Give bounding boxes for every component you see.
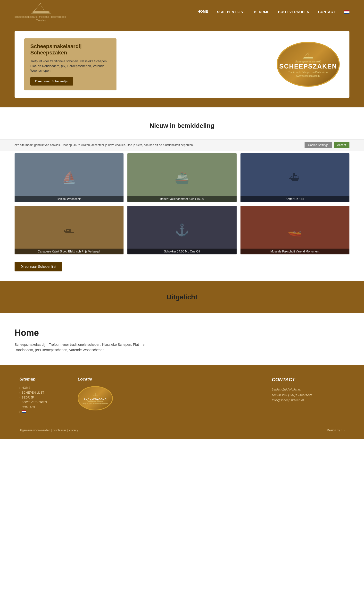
contact-email: Info@scheepszaken.nl <box>272 398 345 403</box>
nav-contact[interactable]: CONTACT <box>318 10 335 14</box>
footer-flag-icon <box>22 410 26 413</box>
footer-spacer <box>148 377 262 415</box>
footer-nav-home[interactable]: › HOME <box>19 386 68 390</box>
flag-netherlands-icon[interactable] <box>344 10 350 14</box>
ships-cta-button[interactable]: Direct naar Schepenlijst <box>14 262 62 271</box>
footer-nav-flag[interactable]: › <box>19 410 68 413</box>
sitemap-title: Sitemap <box>19 377 68 382</box>
footer-contact-col: CONTACT Leiden-Zuid Holland, Sanne Vos-(… <box>272 377 345 415</box>
footer-nav-schepen[interactable]: › SCHEPEN LIJST <box>19 391 68 394</box>
footer-sitemap-col: Sitemap › HOME › SCHEPEN LIJST › BEDRIJF… <box>19 377 68 415</box>
header: schaepsmakelaars | friesland | bootverko… <box>0 0 364 24</box>
ship-label-6: Museale Pakschuit Varend Monument <box>240 249 350 254</box>
footer-divider <box>19 422 345 422</box>
ship-image-5: ⚓ <box>127 206 236 254</box>
locatie-logo-text: SCHEEPSZAKEN <box>84 398 106 400</box>
arrow-icon: › <box>19 387 20 389</box>
ship-image-2: 🚢 <box>127 153 236 202</box>
arrow-icon: › <box>19 411 20 413</box>
footer-nav-contact-label: CONTACT <box>22 405 35 409</box>
ship-card[interactable]: ⛴ Kotter UK 115 <box>240 153 350 202</box>
logo: schaepsmakelaars | friesland | bootverko… <box>14 2 67 22</box>
footer-columns: Sitemap › HOME › SCHEPEN LIJST › BEDRIJF… <box>19 377 345 415</box>
ship-image-6: 🚤 <box>240 206 350 254</box>
footer-nav-boot[interactable]: › BOOT VERKOPEN <box>19 401 68 404</box>
main-nav: HOME SCHEPEN LIJST BEDRIJF BOOT VERKOPEN… <box>197 10 350 14</box>
arrow-icon: › <box>19 391 20 394</box>
ships-button-row: Direct naar Schepenlijst <box>0 262 364 281</box>
contact-info: Leiden-Zuid Holland, Sanne Vos-(+31)6-29… <box>272 387 345 403</box>
nav-schepen-lijst[interactable]: SCHEPEN LIJST <box>217 10 245 14</box>
uitgelicht-title: Uitgelicht <box>14 293 350 301</box>
footer-nav-schepen-label: SCHEPEN LIJST <box>22 391 44 394</box>
svg-rect-4 <box>304 57 313 58</box>
ship-label-3: Kotter UK 115 <box>240 196 350 202</box>
nav-bedrijf[interactable]: BEDRIJF <box>254 10 269 14</box>
svg-rect-5 <box>303 58 313 59</box>
cookie-bar: eze site maakt gebruik van cookies. Door… <box>0 139 364 151</box>
cookie-accept-button[interactable]: Accept <box>334 142 350 148</box>
svg-rect-1 <box>33 11 50 13</box>
locatie-title: Locatie <box>78 377 138 382</box>
hero-cta-button[interactable]: Direct naar Schepenlijst <box>30 77 73 85</box>
cookie-settings-button[interactable]: Cookie Settings <box>305 142 332 148</box>
nav-boot-verkopen[interactable]: BOOT VERKOPEN <box>278 10 309 14</box>
footer-nav-bedrijf[interactable]: › BEDRIJF <box>19 396 68 399</box>
home-section: Home Scheepsmakelaardij – Trefpunt voor … <box>0 313 364 365</box>
logo-text: schaepsmakelaars | friesland | bootverko… <box>14 15 67 18</box>
nieuw-section: Nieuw in bemiddeling <box>0 107 364 139</box>
oval-url: www.scheepszaken.nl <box>296 75 320 77</box>
svg-rect-7 <box>92 396 98 396</box>
locatie-logo-sub: Traditionele Schepen <box>87 400 103 402</box>
ship-label-2: Botter/ Vollendammer Kwak 16.00 <box>127 196 236 202</box>
oval-tagline: Traditionele Schepen en Platbodems <box>288 71 328 74</box>
hero-inner: Scheepsmakelaardij Scheepszaken Trefpunt… <box>14 31 350 98</box>
cookie-buttons: Cookie Settings Accept <box>305 142 350 148</box>
home-description: Scheepsmakelaardij – Trefpunt voor tradi… <box>14 342 160 353</box>
footer-nav-contact[interactable]: › CONTACT <box>19 405 68 409</box>
ship-card[interactable]: ⚓ Schokker 14.00 M., One Off <box>127 206 236 254</box>
locatie-logo: SCHEEPSZAKEN Traditionele Schepen trefpu… <box>78 386 113 410</box>
hero-description: Trefpunt voor traditionele schepen. Klas… <box>30 59 110 73</box>
ship-card[interactable]: ⛵ Boltjalk Woonschip <box>14 153 124 202</box>
arrow-icon: › <box>19 396 20 399</box>
footer-nav-bedrijf-label: BEDRIJF <box>22 396 34 399</box>
footer-locatie-col: Locatie SCHEEPSZAKEN Traditionele Schepe… <box>78 377 138 415</box>
logo-boat-icon <box>29 2 53 15</box>
hero-title: Scheepsmakelaardij Scheepszaken <box>30 43 110 56</box>
ship-image-3: ⛴ <box>240 153 350 202</box>
ship-card[interactable]: 🚤 Museale Pakschuit Varend Monument <box>240 206 350 254</box>
nieuw-title: Nieuw in bemiddeling <box>14 122 350 129</box>
ship-label-5: Schokker 14.00 M., One Off <box>127 249 236 254</box>
ship-image-1: ⛵ <box>14 153 124 202</box>
ship-image-4: 🛥 <box>14 206 124 254</box>
home-title: Home <box>14 328 350 338</box>
locatie-boat-icon <box>92 392 99 398</box>
contact-phone: Sanne Vos-(+31)6-29096205 <box>272 392 345 398</box>
svg-rect-2 <box>31 13 51 14</box>
footer-credit: Design by EB <box>327 429 345 432</box>
ship-card[interactable]: 🛥 Canadese Kajuit Sloop Elektrisch Prijs… <box>14 206 124 254</box>
nav-home[interactable]: HOME <box>197 10 208 14</box>
footer-nav-boot-label: BOOT VERKOPEN <box>22 401 47 404</box>
contact-address: Leiden-Zuid Holland, <box>272 387 345 392</box>
footer: Sitemap › HOME › SCHEPEN LIJST › BEDRIJF… <box>0 365 364 439</box>
ship-card[interactable]: 🚢 Botter/ Vollendammer Kwak 16.00 <box>127 153 236 202</box>
hero-text-box: Scheepsmakelaardij Scheepszaken Trefpunt… <box>24 38 117 90</box>
ship-label-1: Boltjalk Woonschip <box>14 196 124 202</box>
uitgelicht-section: Uitgelicht <box>0 281 364 313</box>
arrow-icon: › <box>19 401 20 404</box>
hero-logo-oval: Scheepsmakelaardij SCHEEPSZAKEN Traditio… <box>277 42 340 87</box>
arrow-icon: › <box>19 406 20 409</box>
oval-boat-icon <box>302 52 314 60</box>
ships-grid: ⛵ Boltjalk Woonschip 🚢 Botter/ Vollendam… <box>0 151 364 262</box>
locatie-tagline: trefpunt voor traditionele schepen <box>83 403 108 405</box>
cookie-text: eze site maakt gebruik van cookies. Door… <box>14 143 194 147</box>
footer-bottom: Algemene voorwaarden | Disclaimer | Priv… <box>19 426 345 432</box>
contact-title: CONTACT <box>272 377 345 382</box>
hero-section: Scheepsmakelaardij Scheepszaken Trefpunt… <box>0 24 364 107</box>
oval-title: SCHEEPSZAKEN <box>279 63 337 70</box>
logo-text-2: Taxaties <box>36 19 46 22</box>
footer-legal-links[interactable]: Algemene voorwaarden | Disclaimer | Priv… <box>19 429 78 432</box>
ship-label-4: Canadese Kajuit Sloop Elektrisch Prijs V… <box>14 249 124 254</box>
